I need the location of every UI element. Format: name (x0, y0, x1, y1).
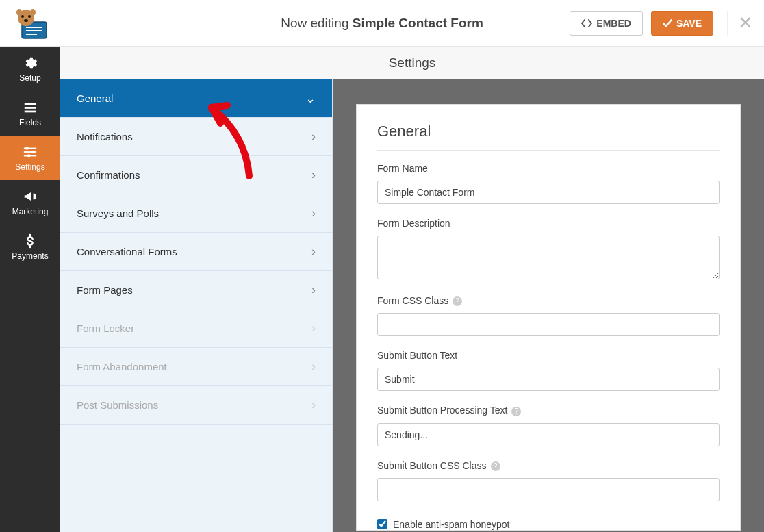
settings-item-confirmations[interactable]: Confirmations› (60, 156, 332, 194)
form-css-input[interactable] (377, 313, 720, 336)
chevron-right-icon: › (311, 129, 316, 144)
svg-point-5 (21, 15, 24, 18)
chevron-right-icon: › (311, 206, 316, 220)
svg-point-9 (30, 9, 36, 16)
svg-point-16 (25, 147, 29, 150)
settings-menu: General⌄ Notifications› Confirmations› S… (60, 79, 333, 532)
nav-settings[interactable]: Settings (0, 136, 60, 180)
svg-point-18 (27, 154, 31, 157)
honeypot-checkbox[interactable] (377, 519, 387, 529)
page-title: Settings (60, 47, 764, 79)
panel-heading: General (377, 123, 720, 151)
left-nav: Setup Fields Settings Marketing Payments (0, 47, 60, 532)
nav-payments[interactable]: Payments (0, 225, 60, 269)
form-name-label: Form Name (377, 163, 720, 174)
submit-css-input[interactable] (377, 478, 720, 501)
list-icon (23, 100, 38, 115)
chevron-down-icon: ⌄ (305, 91, 316, 106)
general-panel: General Form Name Form Description Form … (356, 104, 741, 531)
check-icon (663, 19, 672, 27)
svg-rect-10 (25, 103, 36, 105)
nav-marketing[interactable]: Marketing (0, 180, 60, 225)
help-icon[interactable]: ? (491, 461, 500, 471)
code-icon (581, 18, 592, 28)
submit-css-label: Submit Button CSS Class? (377, 460, 720, 471)
svg-point-7 (24, 19, 28, 22)
bullhorn-icon (23, 189, 38, 204)
submit-processing-input[interactable] (377, 423, 720, 446)
svg-rect-12 (25, 110, 36, 112)
settings-item-form-abandonment[interactable]: Form Abandonment› (60, 348, 332, 386)
embed-button[interactable]: EMBED (570, 11, 643, 36)
chevron-right-icon: › (311, 244, 316, 259)
svg-point-17 (31, 150, 35, 153)
close-icon[interactable]: ✕ (727, 11, 752, 36)
honeypot-label: Enable anti-spam honeypot (393, 519, 509, 530)
chevron-right-icon: › (311, 321, 316, 335)
settings-item-surveys[interactable]: Surveys and Polls› (60, 194, 332, 233)
editing-label: Now editing Simple Contact Form (281, 16, 483, 31)
chevron-right-icon: › (311, 168, 316, 182)
svg-rect-11 (25, 107, 36, 109)
form-name-input[interactable] (377, 181, 720, 204)
dollar-icon (23, 233, 38, 249)
form-css-label: Form CSS Class? (377, 295, 720, 306)
submit-processing-label: Submit Button Processing Text? (377, 405, 720, 416)
chevron-right-icon: › (311, 359, 316, 374)
svg-point-6 (28, 15, 31, 18)
submit-text-label: Submit Button Text (377, 350, 720, 361)
settings-item-general[interactable]: General⌄ (60, 79, 332, 118)
svg-point-8 (16, 9, 22, 16)
nav-setup[interactable]: Setup (0, 47, 60, 91)
help-icon[interactable]: ? (511, 407, 521, 416)
settings-item-notifications[interactable]: Notifications› (60, 118, 332, 156)
help-icon[interactable]: ? (453, 296, 462, 306)
wpforms-logo (12, 5, 53, 41)
submit-text-input[interactable] (377, 368, 720, 391)
save-button[interactable]: SAVE (651, 11, 713, 36)
form-description-label: Form Description (377, 218, 720, 229)
settings-item-post-submissions[interactable]: Post Submissions› (60, 386, 332, 425)
sliders-icon (23, 144, 38, 160)
settings-item-form-locker[interactable]: Form Locker› (60, 309, 332, 348)
top-bar: Now editing Simple Contact Form EMBED SA… (0, 0, 764, 47)
nav-fields[interactable]: Fields (0, 91, 60, 136)
settings-item-form-pages[interactable]: Form Pages› (60, 271, 332, 309)
chevron-right-icon: › (311, 398, 316, 412)
form-description-input[interactable] (377, 236, 720, 279)
settings-item-conversational[interactable]: Conversational Forms› (60, 233, 332, 271)
chevron-right-icon: › (311, 283, 316, 297)
gear-icon (23, 55, 38, 71)
